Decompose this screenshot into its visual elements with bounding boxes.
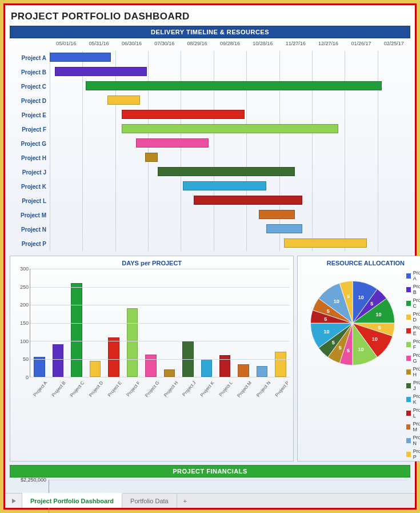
gantt-row: [50, 122, 410, 137]
bar-segment: [53, 344, 63, 377]
legend-swatch: [406, 301, 410, 306]
gantt-bar: [136, 138, 208, 148]
fin-ytick: $2,250,000: [21, 477, 46, 483]
legend-label: Project L: [413, 407, 420, 419]
gantt-row: [50, 65, 410, 79]
pie-value-label: 5: [378, 325, 381, 331]
legend-label: Project D: [413, 311, 420, 323]
legend-label: Project G: [413, 352, 420, 364]
legend-label: Project F: [413, 339, 420, 350]
sheet-tab-bar: Project Portfolio Dashboard Portfolio Da…: [5, 493, 415, 508]
outer-frame: PROJECT PORTFOLIO DASHBOARD DELIVERY TIM…: [0, 0, 420, 513]
legend-swatch: [406, 452, 410, 457]
gantt-row-label: Project L: [10, 194, 50, 208]
tab-dashboard[interactable]: Project Portfolio Dashboard: [22, 493, 122, 508]
gantt-bar: [122, 110, 245, 119]
gantt-bar: [122, 124, 338, 133]
gantt-bar: [194, 196, 302, 205]
svg-marker-0: [12, 499, 16, 503]
gantt-row-label: Project A: [10, 51, 50, 65]
legend-swatch: [406, 273, 410, 279]
gantt-row-label: Project M: [10, 208, 50, 222]
legend-swatch: [406, 328, 410, 333]
pie-value-label: 10: [358, 295, 364, 300]
pie-value-label: 10: [324, 329, 330, 335]
legend-label: Project J: [413, 380, 420, 391]
gantt-bar: [55, 67, 147, 76]
bar-ytick: 200: [20, 302, 29, 308]
days-per-project-panel: DAYS per PROJECT 050100150200250300 Proj…: [10, 256, 294, 462]
pie-value-label: 5: [347, 293, 350, 299]
legend-item: Project L: [406, 407, 420, 419]
legend-label: Project M: [413, 421, 420, 432]
pie-value-label: 10: [372, 336, 378, 342]
pie-value-label: 5: [339, 345, 342, 351]
legend-swatch: [406, 424, 410, 430]
gantt-date-label: 08/29/16: [181, 41, 213, 51]
gantt-date-label: 06/30/16: [115, 41, 148, 51]
gantt-date-label: 09/28/16: [214, 41, 246, 51]
legend-label: Project N: [413, 435, 420, 446]
allocation-pie-chart: 10510510105551055105: [301, 269, 404, 377]
gantt-row-label: Project H: [10, 151, 50, 165]
gantt-bar: [284, 238, 367, 248]
legend-swatch: [406, 411, 410, 416]
bar-segment: [145, 355, 156, 377]
bar-segment: [201, 359, 212, 377]
bar-segment: [238, 364, 249, 377]
legend-swatch: [406, 438, 410, 443]
bar-segment: [275, 352, 286, 377]
legend-label: Project E: [413, 325, 420, 336]
legend-item: Project H: [406, 366, 420, 377]
pie-value-label: 10: [358, 347, 364, 352]
legend-item: Project A: [406, 270, 420, 281]
middle-row: DAYS per PROJECT 050100150200250300 Proj…: [10, 256, 410, 462]
gantt-row: [50, 180, 410, 194]
pie-value-label: 5: [347, 348, 350, 353]
gantt-bar: [50, 53, 111, 62]
run-button[interactable]: [5, 494, 22, 508]
page-title: PROJECT PORTFOLIO DASHBOARD: [10, 9, 410, 26]
gantt-row-label: Project N: [10, 222, 50, 237]
legend-item: Project K: [406, 393, 420, 405]
gantt-date-label: 07/30/16: [148, 41, 181, 51]
tab-portfolio-data[interactable]: Portfolio Data: [122, 494, 177, 508]
legend-label: Project C: [413, 297, 420, 309]
days-bar-chart: 050100150200250300: [14, 269, 290, 377]
legend-item: Project C: [406, 297, 420, 309]
legend-swatch: [406, 356, 410, 361]
bar-ytick: 0: [26, 375, 29, 380]
legend-swatch: [406, 287, 410, 292]
gantt-row-label: Project F: [10, 122, 50, 137]
bar-segment: [127, 308, 138, 377]
legend-item: Project N: [406, 435, 420, 446]
gantt-bar: [158, 167, 295, 176]
add-tab-button[interactable]: +: [177, 494, 193, 508]
legend-label: Project P: [413, 448, 420, 460]
gantt-row: [50, 222, 410, 237]
legend-label: Project H: [413, 366, 420, 377]
legend-item: Project J: [406, 380, 420, 391]
legend-swatch: [406, 342, 410, 347]
bar-ytick: 300: [20, 266, 29, 272]
gantt-row: [50, 94, 410, 108]
gantt-chart: Project AProject BProject CProject DProj…: [10, 41, 410, 251]
gantt-bar: [107, 96, 140, 105]
legend-item: Project P: [406, 448, 420, 460]
gantt-date-label: 01/26/17: [345, 41, 377, 51]
pie-value-label: 5: [371, 301, 374, 307]
legend-item: Project E: [406, 325, 420, 336]
legend-item: Project D: [406, 311, 420, 323]
gantt-bar: [266, 224, 302, 233]
gantt-row-label: Project P: [10, 237, 50, 251]
gantt-row: [50, 108, 410, 122]
legend-item: Project B: [406, 284, 420, 295]
gantt-row-label: Project J: [10, 165, 50, 180]
gantt-row: [50, 79, 410, 94]
bar-ytick: 250: [20, 284, 29, 290]
bar-segment: [34, 357, 45, 377]
gantt-row-label: Project C: [10, 79, 50, 94]
pie-value-label: 5: [332, 340, 335, 345]
legend-item: Project F: [406, 339, 420, 350]
gantt-row: [50, 151, 410, 165]
